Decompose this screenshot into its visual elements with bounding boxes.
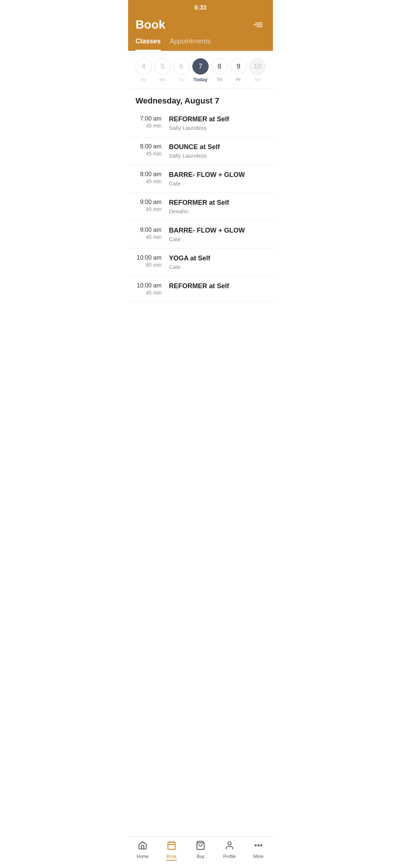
tab-appointments[interactable]: Appointments bbox=[170, 37, 211, 51]
class-time: 10:00 am 60 min bbox=[136, 254, 169, 268]
class-item[interactable]: 10:00 am 45 min REFORMER at Self bbox=[128, 276, 273, 302]
class-info: REFORMER at Self Sally Laundess bbox=[169, 115, 265, 131]
day-name: Sa bbox=[254, 77, 260, 82]
day-name: Su bbox=[141, 77, 147, 82]
day-number: 8 bbox=[211, 58, 228, 75]
class-time: 10:00 am 45 min bbox=[136, 282, 169, 296]
class-item[interactable]: 9:00 am 45 min BARRE- FLOW + GLOW Cate . bbox=[128, 221, 273, 249]
tab-classes[interactable]: Classes bbox=[136, 37, 161, 51]
content-area: 4 Su 5 Mo 6 Tu 7 Today 8 Th 9 Fr 10 Sa W… bbox=[128, 51, 273, 335]
header: Book bbox=[128, 14, 273, 32]
class-time: 8:00 am 45 min bbox=[136, 143, 169, 157]
calendar-day-6[interactable]: 6 Tu bbox=[173, 58, 190, 82]
calendar-day-10[interactable]: 10 Sa bbox=[249, 58, 265, 82]
calendar-day-4[interactable]: 4 Su bbox=[136, 58, 152, 82]
day-name: Mo bbox=[159, 77, 166, 82]
day-name: Today bbox=[193, 77, 207, 82]
class-time: 7:00 am 45 min bbox=[136, 115, 169, 129]
calendar-strip: 4 Su 5 Mo 6 Tu 7 Today 8 Th 9 Fr 10 Sa bbox=[128, 51, 273, 89]
status-time: 6:33 bbox=[195, 4, 206, 11]
day-name: Fr bbox=[236, 77, 241, 82]
class-info: BARRE- FLOW + GLOW Cate . bbox=[169, 227, 265, 242]
calendar-day-5[interactable]: 5 Mo bbox=[154, 58, 171, 82]
class-item[interactable]: 8:00 am 45 min BARRE- FLOW + GLOW Cate . bbox=[128, 165, 273, 193]
class-time: 9:00 am 45 min bbox=[136, 199, 169, 212]
class-item[interactable]: 9:00 am 45 min REFORMER at Self Deeahn . bbox=[128, 193, 273, 221]
class-info: BOUNCE at Self Sally Laundess bbox=[169, 143, 265, 159]
day-number: 7 bbox=[192, 58, 209, 75]
class-info: REFORMER at Self bbox=[169, 282, 265, 292]
class-item[interactable]: 10:00 am 60 min YOGA at Self Cate . bbox=[128, 249, 273, 276]
day-number: 9 bbox=[230, 58, 247, 75]
class-info: BARRE- FLOW + GLOW Cate . bbox=[169, 171, 265, 187]
classes-list: 7:00 am 45 min REFORMER at Self Sally La… bbox=[128, 109, 273, 302]
calendar-day-7[interactable]: 7 Today bbox=[192, 58, 209, 82]
class-info: REFORMER at Self Deeahn . bbox=[169, 199, 265, 214]
calendar-day-8[interactable]: 8 Th bbox=[211, 58, 228, 82]
day-number: 5 bbox=[154, 58, 171, 75]
day-number: 4 bbox=[136, 58, 152, 75]
tabs-bar: Classes Appointments bbox=[128, 32, 273, 51]
status-bar: 6:33 bbox=[128, 0, 273, 14]
class-time: 8:00 am 45 min bbox=[136, 171, 169, 184]
day-number: 10 bbox=[249, 58, 265, 75]
class-time: 9:00 am 45 min bbox=[136, 227, 169, 240]
day-number: 6 bbox=[173, 58, 190, 75]
page-title: Book bbox=[136, 18, 165, 32]
class-item[interactable]: 7:00 am 45 min REFORMER at Self Sally La… bbox=[128, 109, 273, 137]
date-heading: Wednesday, August 7 bbox=[128, 89, 273, 109]
class-item[interactable]: 8:00 am 45 min BOUNCE at Self Sally Laun… bbox=[128, 137, 273, 165]
filter-icon[interactable] bbox=[251, 20, 265, 30]
day-name: Tu bbox=[179, 77, 184, 82]
calendar-day-9[interactable]: 9 Fr bbox=[230, 58, 247, 82]
day-name: Th bbox=[217, 77, 222, 82]
class-info: YOGA at Self Cate . bbox=[169, 254, 265, 270]
